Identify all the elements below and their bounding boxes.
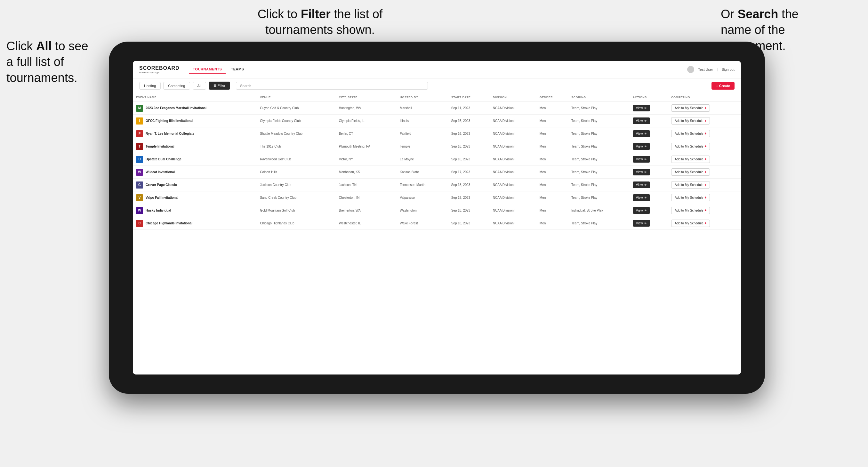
tablet-frame: SCOREBOARD Powered by clippd TOURNAMENTS… xyxy=(109,41,765,394)
hosted-cell: Le Moyne xyxy=(397,153,448,166)
create-button[interactable]: + Create xyxy=(712,82,735,90)
city-cell: Chesterton, IN xyxy=(336,191,397,204)
gender-cell: Men xyxy=(536,153,568,166)
add-schedule-button[interactable]: Add to My Schedule + xyxy=(671,207,710,214)
table-row: W Husky Individual Gold Mountain Golf Cl… xyxy=(133,204,741,217)
view-button[interactable]: View 👁 xyxy=(633,105,650,112)
col-city: CITY, STATE xyxy=(336,93,397,102)
view-button[interactable]: View 👁 xyxy=(633,207,650,214)
venue-cell: Sand Creek Country Club xyxy=(257,191,336,204)
filter-bar: Hosting Competing All ☰ Filter + Create xyxy=(133,79,741,93)
col-gender: GENDER xyxy=(536,93,568,102)
scoring-cell: Team, Stroke Play xyxy=(568,217,629,230)
gender-cell: Men xyxy=(536,179,568,191)
hosted-cell: Illinois xyxy=(397,115,448,127)
division-cell: NCAA Division I xyxy=(490,191,536,204)
table-row: C Chicago Highlands Invitational Chicago… xyxy=(133,217,741,230)
nav-teams[interactable]: TEAMS xyxy=(227,65,248,73)
col-hosted: HOSTED BY xyxy=(397,93,448,102)
date-cell: Sep 18, 2023 xyxy=(448,204,490,217)
venue-cell: Shuttle Meadow Country Club xyxy=(257,127,336,140)
table-row: G Grover Page Classic Jackson Country Cl… xyxy=(133,179,741,191)
venue-cell: Ravenwood Golf Club xyxy=(257,153,336,166)
add-schedule-button[interactable]: Add to My Schedule + xyxy=(671,168,710,176)
filter-tab-all[interactable]: All xyxy=(193,82,206,90)
add-schedule-button[interactable]: Add to My Schedule + xyxy=(671,117,710,125)
actions-cell: View 👁 xyxy=(629,166,668,179)
venue-cell: Chicago Highlands Club xyxy=(257,217,336,230)
add-schedule-button[interactable]: Add to My Schedule + xyxy=(671,181,710,189)
venue-cell: Jackson Country Club xyxy=(257,179,336,191)
team-logo: F xyxy=(136,130,143,137)
view-button[interactable]: View 👁 xyxy=(633,182,650,188)
logo-area: SCOREBOARD Powered by clippd xyxy=(139,65,180,74)
col-scoring: SCORING xyxy=(568,93,629,102)
scoring-cell: Team, Stroke Play xyxy=(568,191,629,204)
scoring-cell: Team, Stroke Play xyxy=(568,153,629,166)
hosted-cell: Marshall xyxy=(397,102,448,115)
division-cell: NCAA Division I xyxy=(490,179,536,191)
tablet-screen: SCOREBOARD Powered by clippd TOURNAMENTS… xyxy=(133,61,741,374)
nav-tournaments[interactable]: TOURNAMENTS xyxy=(189,65,226,73)
event-name-cell: M 2023 Joe Feaganes Marshall Invitationa… xyxy=(133,102,257,115)
logo-sub: Powered by clippd xyxy=(139,71,180,74)
division-cell: NCAA Division I xyxy=(490,217,536,230)
add-schedule-button[interactable]: Add to My Schedule + xyxy=(671,194,710,201)
add-schedule-button[interactable]: Add to My Schedule + xyxy=(671,130,710,137)
nav-links: TOURNAMENTS TEAMS xyxy=(189,65,248,73)
division-cell: NCAA Division I xyxy=(490,102,536,115)
city-cell: Victor, NY xyxy=(336,153,397,166)
table-row: F Ryan T. Lee Memorial Collegiate Shuttl… xyxy=(133,127,741,140)
scoring-cell: Team, Stroke Play xyxy=(568,166,629,179)
col-competing: COMPETING xyxy=(668,93,741,102)
table-container[interactable]: EVENT NAME VENUE CITY, STATE HOSTED BY S… xyxy=(133,93,741,374)
team-logo: W xyxy=(136,169,143,176)
scoring-cell: Team, Stroke Play xyxy=(568,127,629,140)
event-name-cell: G Grover Page Classic xyxy=(133,179,257,191)
filter-tab-hosting[interactable]: Hosting xyxy=(139,82,161,90)
scoring-cell: Team, Stroke Play xyxy=(568,115,629,127)
scoring-cell: Team, Stroke Play xyxy=(568,140,629,153)
date-cell: Sep 18, 2023 xyxy=(448,179,490,191)
date-cell: Sep 16, 2023 xyxy=(448,153,490,166)
add-schedule-button[interactable]: Add to My Schedule + xyxy=(671,104,710,112)
competing-cell: Add to My Schedule + xyxy=(668,115,741,127)
hosted-cell: Temple xyxy=(397,140,448,153)
actions-cell: View 👁 xyxy=(629,179,668,191)
team-logo: M xyxy=(136,105,143,112)
actions-cell: View 👁 xyxy=(629,191,668,204)
city-cell: Bremerton, WA xyxy=(336,204,397,217)
hosted-cell: Wake Forest xyxy=(397,217,448,230)
hosted-cell: Valparaiso xyxy=(397,191,448,204)
nav-right: Test User | Sign out xyxy=(687,66,735,73)
add-schedule-button[interactable]: Add to My Schedule + xyxy=(671,220,710,227)
competing-cell: Add to My Schedule + xyxy=(668,191,741,204)
event-name: Husky Individual xyxy=(146,209,171,212)
table-row: I OFCC Fighting Illini Invitational Olym… xyxy=(133,115,741,127)
view-button[interactable]: View 👁 xyxy=(633,143,650,150)
add-schedule-button[interactable]: Add to My Schedule + xyxy=(671,156,710,163)
view-button[interactable]: View 👁 xyxy=(633,118,650,124)
filter-tab-competing[interactable]: Competing xyxy=(163,82,190,90)
city-cell: Berlin, CT xyxy=(336,127,397,140)
division-cell: NCAA Division I xyxy=(490,166,536,179)
city-cell: Olympia Fields, IL xyxy=(336,115,397,127)
event-name-cell: W Husky Individual xyxy=(133,204,257,217)
table-row: W Wildcat Invitational Colbert Hills Man… xyxy=(133,166,741,179)
view-button[interactable]: View 👁 xyxy=(633,194,650,201)
search-input[interactable] xyxy=(236,82,428,90)
event-name: 2023 Joe Feaganes Marshall Invitational xyxy=(146,106,207,110)
filter-button[interactable]: ☰ Filter xyxy=(209,82,230,90)
view-button[interactable]: View 👁 xyxy=(633,169,650,176)
date-cell: Sep 11, 2023 xyxy=(448,102,490,115)
annotation-filter: Click to Filter the list oftournaments s… xyxy=(224,6,416,38)
competing-cell: Add to My Schedule + xyxy=(668,140,741,153)
signout-link[interactable]: Sign out xyxy=(722,67,735,71)
view-button[interactable]: View 👁 xyxy=(633,156,650,163)
competing-cell: Add to My Schedule + xyxy=(668,179,741,191)
view-button[interactable]: View 👁 xyxy=(633,130,650,137)
add-schedule-button[interactable]: Add to My Schedule + xyxy=(671,143,710,150)
competing-cell: Add to My Schedule + xyxy=(668,153,741,166)
table-row: U Upstate Dual Challenge Ravenwood Golf … xyxy=(133,153,741,166)
view-button[interactable]: View 👁 xyxy=(633,220,650,227)
